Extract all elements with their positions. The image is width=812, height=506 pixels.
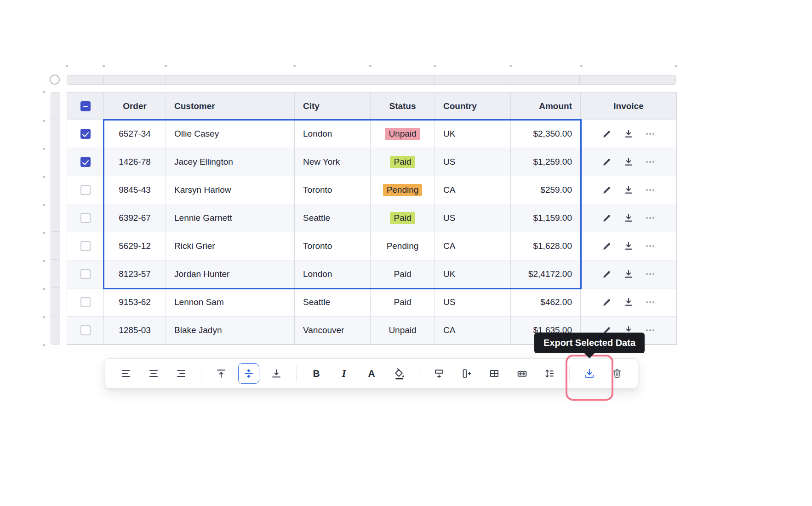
- more-icon[interactable]: [644, 240, 656, 252]
- city-cell[interactable]: Vancouver: [295, 316, 371, 345]
- country-cell[interactable]: UK: [435, 120, 511, 148]
- download-icon[interactable]: [623, 296, 635, 308]
- country-cell[interactable]: US: [435, 204, 511, 232]
- download-icon[interactable]: [623, 268, 635, 280]
- more-icon[interactable]: [644, 184, 656, 196]
- city-cell[interactable]: Seattle: [295, 288, 371, 316]
- customer-cell[interactable]: Ollie Casey: [166, 120, 295, 148]
- row-checkbox[interactable]: [80, 129, 91, 139]
- amount-cell[interactable]: $1,159.00: [511, 204, 581, 232]
- order-cell[interactable]: 8123-57: [104, 260, 166, 288]
- more-icon[interactable]: [644, 156, 656, 168]
- vertical-align-top-icon[interactable]: [211, 363, 232, 384]
- export-icon[interactable]: [579, 363, 600, 384]
- column-header-country[interactable]: Country: [435, 92, 511, 120]
- amount-cell[interactable]: $2,350.00: [511, 120, 581, 148]
- column-width-icon[interactable]: [511, 363, 532, 384]
- insert-row-icon[interactable]: [429, 363, 450, 384]
- column-header-city[interactable]: City: [295, 92, 371, 120]
- country-cell[interactable]: US: [435, 288, 511, 316]
- customer-cell[interactable]: Ricki Grier: [166, 232, 295, 260]
- more-icon[interactable]: [644, 128, 656, 140]
- row-checkbox[interactable]: [80, 269, 91, 279]
- country-cell[interactable]: CA: [435, 176, 511, 204]
- bold-icon[interactable]: B: [306, 363, 327, 384]
- status-cell[interactable]: Paid: [371, 288, 435, 316]
- row-checkbox[interactable]: [80, 185, 91, 195]
- status-cell[interactable]: Paid: [371, 148, 435, 176]
- table-borders-icon[interactable]: [484, 363, 505, 384]
- order-cell[interactable]: 6527-34: [104, 120, 166, 148]
- customer-cell[interactable]: Lennie Garnett: [166, 204, 295, 232]
- country-cell[interactable]: US: [435, 148, 511, 176]
- order-cell[interactable]: 9153-62: [104, 288, 166, 316]
- order-cell[interactable]: 5629-12: [104, 232, 166, 260]
- status-cell[interactable]: Unpaid: [371, 316, 435, 345]
- download-icon[interactable]: [623, 128, 635, 140]
- country-cell[interactable]: CA: [435, 316, 511, 345]
- amount-cell[interactable]: $1,628.00: [511, 232, 581, 260]
- city-cell[interactable]: Toronto: [295, 176, 371, 204]
- download-icon[interactable]: [623, 184, 635, 196]
- amount-cell[interactable]: $1,259.00: [511, 148, 581, 176]
- column-header-customer[interactable]: Customer: [166, 92, 295, 120]
- edit-icon[interactable]: [601, 212, 613, 224]
- more-icon[interactable]: [644, 296, 656, 308]
- row-checkbox[interactable]: [80, 325, 91, 335]
- row-height-icon[interactable]: [539, 363, 560, 384]
- row-checkbox[interactable]: [80, 297, 91, 307]
- edit-icon[interactable]: [601, 240, 613, 252]
- delete-icon[interactable]: [606, 363, 628, 384]
- more-icon[interactable]: [644, 324, 656, 336]
- status-cell[interactable]: Unpaid: [371, 120, 435, 148]
- order-cell[interactable]: 1426-78: [104, 148, 166, 176]
- customer-cell[interactable]: Karsyn Harlow: [166, 176, 295, 204]
- customer-cell[interactable]: Blake Jadyn: [166, 316, 295, 345]
- city-cell[interactable]: Seattle: [295, 204, 371, 232]
- italic-icon[interactable]: I: [333, 363, 355, 384]
- column-header-order[interactable]: Order: [104, 92, 166, 120]
- download-icon[interactable]: [623, 156, 635, 168]
- status-cell[interactable]: Paid: [371, 204, 435, 232]
- customer-cell[interactable]: Lennon Sam: [166, 288, 295, 316]
- customer-cell[interactable]: Jordan Hunter: [166, 260, 295, 288]
- select-all-checkbox[interactable]: [80, 101, 91, 111]
- order-cell[interactable]: 6392-67: [104, 204, 166, 232]
- row-checkbox[interactable]: [80, 157, 91, 167]
- country-cell[interactable]: CA: [435, 232, 511, 260]
- status-cell[interactable]: Pending: [371, 232, 435, 260]
- amount-cell[interactable]: $259.00: [511, 176, 581, 204]
- download-icon[interactable]: [623, 212, 635, 224]
- vertical-align-bottom-icon[interactable]: [266, 363, 287, 384]
- status-cell[interactable]: Paid: [371, 260, 435, 288]
- order-cell[interactable]: 1285-03: [104, 316, 166, 345]
- column-header-status[interactable]: Status: [371, 92, 435, 120]
- align-left-icon[interactable]: [115, 363, 137, 384]
- country-cell[interactable]: UK: [435, 260, 511, 288]
- row-checkbox[interactable]: [80, 241, 91, 251]
- customer-cell[interactable]: Jacey Ellington: [166, 148, 295, 176]
- edit-icon[interactable]: [601, 184, 613, 196]
- vertical-align-middle-icon[interactable]: [238, 363, 259, 384]
- more-icon[interactable]: [644, 212, 656, 224]
- edit-icon[interactable]: [601, 128, 613, 140]
- edit-icon[interactable]: [601, 296, 613, 308]
- edit-icon[interactable]: [601, 156, 613, 168]
- city-cell[interactable]: London: [295, 260, 371, 288]
- align-right-icon[interactable]: [171, 363, 192, 384]
- city-cell[interactable]: Toronto: [295, 232, 371, 260]
- fill-color-icon[interactable]: [389, 363, 410, 384]
- amount-cell[interactable]: $2,4172.00: [511, 260, 581, 288]
- city-cell[interactable]: London: [295, 120, 371, 148]
- align-center-icon[interactable]: [143, 363, 164, 384]
- insert-column-icon[interactable]: [456, 363, 477, 384]
- status-cell[interactable]: Pending: [371, 176, 435, 204]
- more-icon[interactable]: [644, 268, 656, 280]
- column-header-invoice[interactable]: Invoice: [581, 92, 676, 120]
- edit-icon[interactable]: [601, 268, 613, 280]
- row-checkbox[interactable]: [80, 213, 91, 223]
- column-header-amount[interactable]: Amount: [511, 92, 581, 120]
- download-icon[interactable]: [623, 240, 635, 252]
- order-cell[interactable]: 9845-43: [104, 176, 166, 204]
- city-cell[interactable]: New York: [295, 148, 371, 176]
